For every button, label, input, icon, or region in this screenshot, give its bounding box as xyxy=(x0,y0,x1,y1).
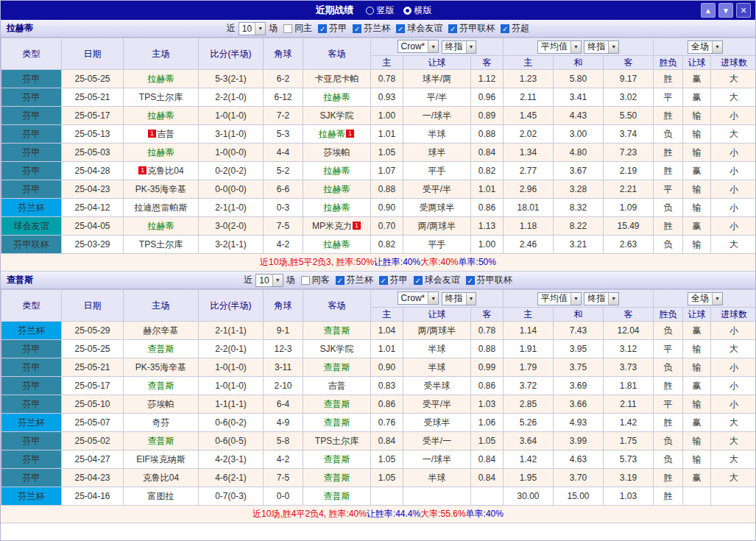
average-select[interactable]: 平均值▼ xyxy=(537,292,582,305)
filter-checkbox-1-0[interactable]: 同客 xyxy=(301,274,330,286)
match-count-select[interactable]: 10▼ xyxy=(239,22,266,35)
away-team-link[interactable]: 拉赫蒂 xyxy=(303,88,371,107)
matches-table-lahti: 类型 日期 主场 比分(半场) 角球 客场 Crow*▼ 终指▼ 平均值▼ 终指… xyxy=(1,38,756,254)
games-label: 场 xyxy=(269,22,278,35)
scroll-up-button[interactable]: ▲ xyxy=(701,3,716,18)
home-team-link[interactable]: 莎埃帕 xyxy=(124,395,199,414)
away-team-link[interactable]: 莎埃帕 xyxy=(303,144,371,162)
home-team-link[interactable]: 1克鲁比04 xyxy=(124,162,199,180)
away-team-link[interactable]: 卡亚尼卡帕 xyxy=(303,70,371,88)
filter-checkbox-1-1[interactable]: ✓芬兰杯 xyxy=(336,274,373,286)
avg-time-select[interactable]: 终指▼ xyxy=(584,292,619,305)
average-select[interactable]: 平均值▼ xyxy=(537,40,582,54)
away-team-link[interactable]: 查普斯 xyxy=(303,487,371,506)
away-team-link[interactable]: TPS土尔库 xyxy=(303,432,371,450)
home-team-link[interactable]: PK-35海辛基 xyxy=(124,358,199,377)
match-count-select[interactable]: 10▼ xyxy=(255,274,283,287)
team-link-label: 莎埃帕 xyxy=(148,399,174,409)
match-score: 2-2(1-0) xyxy=(199,88,264,107)
away-team-link[interactable]: SJK学院 xyxy=(303,107,371,125)
away-team-link[interactable]: 查普斯 xyxy=(303,469,371,487)
match-score: 2-1(1-1) xyxy=(199,322,264,340)
odds-header-group: Crow*▼ 终指▼ xyxy=(371,290,504,308)
odds-home-value: 0.76 xyxy=(371,414,403,432)
scope-select[interactable]: 全场▼ xyxy=(688,292,723,305)
away-team-link[interactable]: 拉赫蒂1 xyxy=(303,125,371,144)
avg-draw-value: 4.93 xyxy=(554,414,604,432)
filter-checkbox-0-5[interactable]: ✓芬超 xyxy=(501,22,529,35)
handicap-result-value: 输 xyxy=(683,340,711,358)
summary-segment: 单率:50% xyxy=(459,256,496,269)
match-row: 芬甲25-04-23PK-35海辛基0-0(0-0)6-6拉赫蒂0.88受平/半… xyxy=(1,180,756,199)
away-team-link[interactable]: 拉赫蒂 xyxy=(303,162,371,180)
scroll-down-button[interactable]: ▼ xyxy=(718,3,733,18)
home-team-link[interactable]: 拉赫蒂 xyxy=(124,107,199,125)
home-team-link[interactable]: 赫尔辛基 xyxy=(124,322,199,340)
away-team-link[interactable]: 拉赫蒂 xyxy=(303,180,371,199)
radio-horizontal-layout[interactable]: 横版 xyxy=(403,4,432,17)
filter-checkbox-0-4[interactable]: ✓芬甲联杯 xyxy=(448,22,495,35)
home-team-link[interactable]: 克鲁比04 xyxy=(124,469,199,487)
home-team-link[interactable]: 奇芬 xyxy=(124,414,199,432)
home-team-link[interactable]: 1吉普 xyxy=(124,125,199,144)
match-score: 0-7(0-3) xyxy=(199,487,264,506)
odds-home-value: 0.83 xyxy=(371,377,403,395)
home-team-link[interactable]: 拉赫蒂 xyxy=(124,144,199,162)
col-handicap-result: 让球 xyxy=(683,56,711,70)
handicap-result-value: 赢 xyxy=(683,217,711,236)
goals-result-value: 小 xyxy=(711,217,756,236)
filter-checkbox-0-1[interactable]: ✓芬甲 xyxy=(318,22,347,35)
filter-checkbox-1-3[interactable]: ✓球会友谊 xyxy=(414,274,460,286)
scope-select[interactable]: 全场▼ xyxy=(688,40,723,54)
bookmaker-select[interactable]: Crow*▼ xyxy=(398,291,439,305)
match-score: 1-0(1-0) xyxy=(199,377,264,395)
away-team-link[interactable]: 查普斯 xyxy=(303,450,371,469)
odds-away-value: 1.12 xyxy=(471,70,504,88)
home-team-link[interactable]: 查普斯 xyxy=(124,432,199,450)
away-team-link[interactable]: MP米克力1 xyxy=(303,217,371,236)
bookmaker-select[interactable]: Crow*▼ xyxy=(398,40,439,53)
home-team-link[interactable]: 富图拉 xyxy=(124,487,199,506)
home-team-link[interactable]: 拉赫蒂 xyxy=(124,70,199,88)
col-score: 比分(半场) xyxy=(199,38,264,70)
away-team-link[interactable]: 查普斯 xyxy=(303,414,371,432)
away-team-link[interactable]: 拉赫蒂 xyxy=(303,236,371,254)
result-value: 负 xyxy=(654,450,683,469)
away-team-link[interactable]: 查普斯 xyxy=(303,395,371,414)
home-team-link[interactable]: TPS土尔库 xyxy=(124,236,199,254)
home-team-link[interactable]: 查普斯 xyxy=(124,377,199,395)
away-team-link[interactable]: SJK学院 xyxy=(303,340,371,358)
away-team-link[interactable]: 吉普 xyxy=(303,377,371,395)
home-team-link[interactable]: 拉迪恩雷帕斯 xyxy=(124,199,199,217)
close-button[interactable]: × xyxy=(736,3,751,18)
avg-away-value: 12.04 xyxy=(604,322,654,340)
team-link-label: 吉普 xyxy=(157,129,174,139)
chevron-down-icon: ▼ xyxy=(428,292,438,304)
filter-checkbox-0-3[interactable]: ✓球会友谊 xyxy=(396,22,442,35)
scope-header-group: 全场▼ xyxy=(654,290,756,308)
corner-count: 7-5 xyxy=(264,469,303,487)
avg-time-select[interactable]: 终指▼ xyxy=(584,40,619,54)
home-team-link[interactable]: 拉赫蒂 xyxy=(124,217,199,236)
unchecked-checkbox-icon xyxy=(301,276,310,285)
col-goals-result: 进球数 xyxy=(711,56,756,70)
handicap-result-value: 赢 xyxy=(683,414,711,432)
radio-vertical-layout[interactable]: 竖版 xyxy=(366,4,395,17)
filter-checkbox-0-2[interactable]: ✓芬兰杯 xyxy=(353,22,390,35)
home-team-link[interactable]: EIF埃克纳斯 xyxy=(124,450,199,469)
home-team-link[interactable]: TPS土尔库 xyxy=(124,88,199,107)
odds-time-select[interactable]: 终指▼ xyxy=(442,292,477,305)
team-link-label: 查普斯 xyxy=(324,417,350,428)
odds-home-value: 1.01 xyxy=(371,125,403,144)
away-team-link[interactable]: 查普斯 xyxy=(303,358,371,377)
away-team-link[interactable]: 拉赫蒂 xyxy=(303,199,371,217)
filter-checkbox-1-2[interactable]: ✓芬甲 xyxy=(379,274,408,286)
home-team-link[interactable]: 查普斯 xyxy=(124,340,199,358)
home-team-link[interactable]: PK-35海辛基 xyxy=(124,180,199,199)
away-team-link[interactable]: 查普斯 xyxy=(303,322,371,340)
filter-checkbox-1-4[interactable]: ✓芬甲联杯 xyxy=(466,274,512,286)
odds-time-select[interactable]: 终指▼ xyxy=(442,40,477,54)
filter-checkbox-0-0[interactable]: 同主 xyxy=(283,22,312,35)
col-home: 主场 xyxy=(124,290,199,322)
avg-draw-value: 7.43 xyxy=(554,322,604,340)
